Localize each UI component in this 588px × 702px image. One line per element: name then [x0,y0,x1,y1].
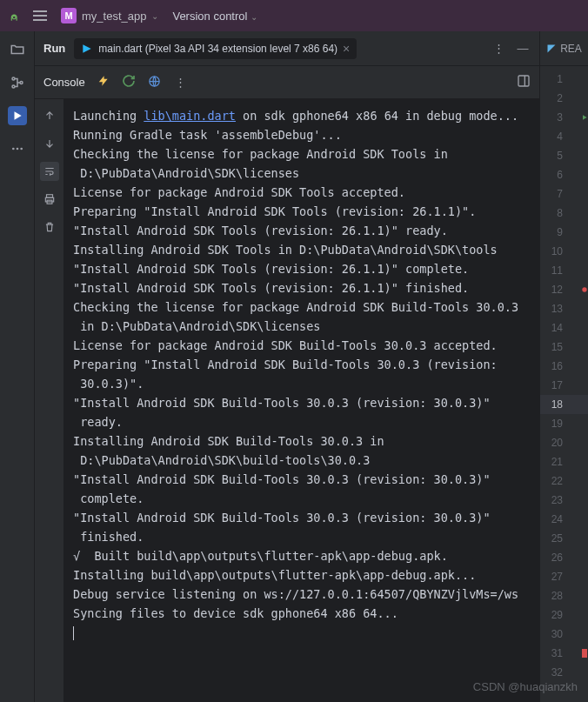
gutter-line[interactable]: 17 [540,376,588,395]
left-tool-rail [0,31,35,702]
gutter-line[interactable]: 3 [540,108,588,127]
run-panel-title: Run [43,42,65,55]
breakpoint-icon[interactable] [581,285,588,294]
gutter-line[interactable]: 1 [540,70,588,89]
project-icon: M [61,8,77,23]
gutter-line[interactable]: 25 [540,529,588,548]
more-actions-icon[interactable]: ⋮ [173,76,189,89]
run-config-tab[interactable]: main.dart (Pixel 3a API 34 extension lev… [74,38,357,59]
gutter-line[interactable]: 11 [540,261,588,280]
gutter-line[interactable]: 18 [540,395,588,414]
gutter-line[interactable]: 2 [540,89,588,108]
devtools-icon[interactable] [148,75,161,90]
gutter-line[interactable]: 26 [540,548,588,567]
scroll-up-icon[interactable] [40,106,59,125]
console-output[interactable]: Launching lib\main.dart on sdk gphone64 … [64,99,539,702]
chevron-down-icon: ⌄ [251,12,257,22]
print-icon[interactable] [40,190,59,209]
gutter-line[interactable]: 13 [540,299,588,318]
close-tab-icon[interactable]: × [343,42,350,56]
scroll-down-icon[interactable] [40,134,59,153]
gutter-line[interactable]: 31 [540,644,588,663]
run-config-label: main.dart (Pixel 3a API 34 extension lev… [98,43,337,55]
gutter-line[interactable]: 14 [540,318,588,338]
svg-point-4 [16,148,18,150]
console-toolbar: Console ⋮ [35,66,539,99]
svg-point-5 [20,148,23,150]
gutter-line[interactable]: 28 [540,586,588,605]
gutter-line[interactable]: 9 [540,223,588,242]
structure-tool-icon[interactable] [8,73,27,92]
gutter-line[interactable]: 32 [540,663,588,682]
android-logo-icon: ⍝ [10,9,17,23]
gutter-line[interactable]: 8 [540,204,588,223]
editor-gutter-panel: REA 123456789101112131415161718192021222… [539,31,588,702]
console-tab[interactable]: Console [43,76,85,89]
gutter-line[interactable]: 12 [540,280,588,299]
svg-point-3 [12,148,15,150]
svg-point-1 [12,85,15,88]
run-tool-icon[interactable] [8,106,27,125]
layout-settings-icon[interactable] [517,74,531,90]
clear-icon[interactable] [40,217,59,237]
dart-file-icon [81,43,93,55]
gutter-line[interactable]: 30 [540,625,588,644]
more-tools-icon[interactable] [8,139,27,158]
console-side-toolbar [35,99,64,702]
svg-point-6 [582,287,586,291]
gutter-line[interactable]: 15 [540,338,588,357]
minimize-panel-icon[interactable]: — [515,42,531,55]
project-tool-icon[interactable] [8,40,27,59]
gutter-line[interactable]: 10 [540,242,588,261]
svg-point-2 [20,82,23,84]
error-stripe-icon [582,649,587,658]
file-link[interactable]: lib\main.dart [144,109,236,123]
main-menu-button[interactable] [33,10,47,21]
run-gutter-icon[interactable] [581,113,588,122]
gutter-line[interactable]: 21 [540,452,588,471]
project-selector[interactable]: M my_test_app ⌄ [61,8,158,23]
watermark-text: CSDN @huaqianzkh [473,680,578,693]
svg-point-0 [12,77,15,80]
project-name: my_test_app [82,10,146,23]
tab-options-icon[interactable]: ⋮ [491,42,506,55]
gutter-line[interactable]: 29 [540,605,588,625]
editor-tab-partial[interactable]: REA [540,31,588,66]
run-tab-bar: Run main.dart (Pixel 3a API 34 extension… [35,31,539,66]
gutter-line[interactable]: 19 [540,414,588,433]
gutter-line[interactable]: 16 [540,357,588,376]
gutter-line[interactable]: 4 [540,127,588,146]
gutter-line[interactable]: 27 [540,567,588,586]
gutter-line[interactable]: 23 [540,491,588,510]
gutter-line[interactable]: 7 [540,184,588,204]
gutter-line[interactable]: 20 [540,433,588,452]
chevron-down-icon: ⌄ [151,11,158,21]
gutter-line[interactable]: 5 [540,146,588,165]
gutter-line[interactable]: 24 [540,510,588,529]
hot-reload-icon[interactable] [97,74,110,90]
hot-restart-icon[interactable] [122,74,136,90]
gutter-line[interactable]: 6 [540,165,588,184]
soft-wrap-icon[interactable] [40,162,59,181]
svg-rect-9 [518,76,529,86]
gutter-line[interactable]: 22 [540,471,588,491]
svg-rect-7 [582,649,587,658]
version-control-menu[interactable]: Version control ⌄ [172,10,257,23]
